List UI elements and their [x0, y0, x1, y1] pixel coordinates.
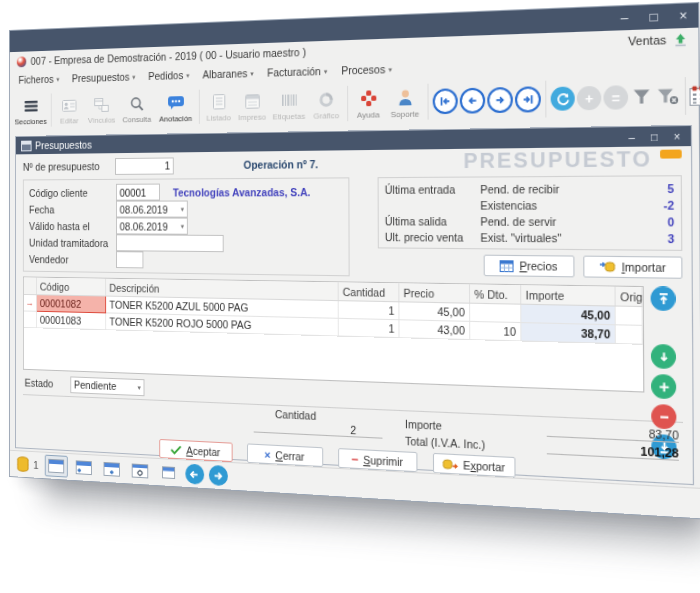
- menu-facturacion[interactable]: Facturación▾: [267, 65, 327, 79]
- refresh-button[interactable]: [551, 86, 575, 110]
- cell-codigo[interactable]: 00001083: [36, 311, 105, 329]
- app-window: – □ × 007 - Empresa de Demostración - 20…: [9, 2, 700, 519]
- maximize-button[interactable]: □: [639, 4, 669, 29]
- nav-first-button[interactable]: [433, 88, 458, 114]
- ayuda-button[interactable]: Ayuda: [351, 81, 385, 126]
- watermark-text: PRESUPUESTO: [463, 148, 652, 172]
- cell-cantidad[interactable]: 1: [338, 301, 399, 320]
- cell-orig[interactable]: [615, 306, 642, 325]
- child-close-button[interactable]: ×: [666, 130, 689, 143]
- child-minimize-button[interactable]: –: [620, 131, 643, 143]
- menu-ficheros[interactable]: Ficheros▾: [19, 73, 60, 86]
- precios-button[interactable]: Precios: [484, 255, 575, 278]
- stats-row: Última salida Pend. de servir 0: [385, 213, 674, 230]
- total-iva-label: Total (I.V.A. Inc.): [405, 435, 547, 455]
- page-background: – □ × 007 - Empresa de Demostración - 20…: [0, 0, 700, 593]
- cerrar-button[interactable]: × Cerrar: [246, 443, 322, 467]
- nav-last-button[interactable]: [515, 86, 541, 112]
- layout-window-button[interactable]: [156, 461, 180, 485]
- cantidad-total-label: Cantidad: [275, 408, 316, 422]
- secciones-button[interactable]: Secciones: [13, 90, 48, 132]
- layout-new-left-button[interactable]: [72, 456, 95, 479]
- stat-value: -2: [644, 198, 674, 211]
- nav-next-button[interactable]: [487, 87, 513, 113]
- stats-row: Existencias -2: [385, 196, 674, 213]
- cell-cantidad[interactable]: 1: [338, 318, 399, 337]
- cell-orig[interactable]: [615, 325, 642, 344]
- move-down-button[interactable]: [651, 344, 676, 369]
- cell-codigo-selected[interactable]: 00001082: [36, 295, 105, 313]
- layout-maximized-button[interactable]: [45, 455, 68, 478]
- editar-button[interactable]: Editar: [54, 89, 84, 131]
- chevron-down-icon: ▾: [324, 67, 328, 74]
- marker-column-header: [24, 277, 36, 294]
- ventas-tab[interactable]: Ventas: [628, 33, 666, 48]
- layout-new-top-button[interactable]: [100, 458, 124, 481]
- etiquetas-button[interactable]: Etiquetas: [269, 83, 308, 127]
- person-card-icon: [62, 94, 76, 116]
- menu-albaranes[interactable]: Albaranes▾: [203, 67, 254, 81]
- cell-precio[interactable]: 45,00: [399, 302, 470, 322]
- cliente-input[interactable]: [116, 184, 160, 201]
- support-person-icon: [396, 86, 414, 110]
- stat-value: 5: [644, 181, 674, 194]
- document-list-icon: [212, 91, 224, 114]
- filter-clear-icon[interactable]: [656, 87, 679, 105]
- anotacion-button[interactable]: Anotación: [155, 86, 196, 129]
- vinculos-button[interactable]: Vínculos: [84, 88, 118, 130]
- nav-previous-button[interactable]: [460, 88, 485, 114]
- minimize-button[interactable]: –: [610, 5, 639, 30]
- close-x-icon: ×: [264, 448, 270, 461]
- estado-label: Estado: [25, 377, 71, 391]
- numero-label: Nº de presupuesto: [23, 160, 115, 173]
- consulta-button[interactable]: Consulta: [119, 87, 156, 130]
- cell-importe[interactable]: 45,00: [521, 304, 616, 325]
- chevron-down-icon: ▾: [186, 71, 189, 78]
- cell-dto[interactable]: 10: [470, 321, 521, 341]
- grid-buttons-column: [651, 286, 684, 394]
- add-row-button[interactable]: [651, 374, 676, 399]
- calendar-icon[interactable]: [689, 85, 700, 106]
- grafico-button[interactable]: Gráfico: [308, 82, 344, 126]
- vendedor-input[interactable]: [116, 251, 143, 268]
- cell-importe[interactable]: 38,70: [521, 323, 616, 344]
- menu-procesos[interactable]: Procesos▾: [341, 63, 392, 77]
- child-maximize-button[interactable]: □: [643, 130, 666, 143]
- importar-button[interactable]: Importar: [583, 256, 682, 279]
- listado-button[interactable]: Listado: [203, 85, 235, 128]
- cell-dto[interactable]: [470, 303, 521, 322]
- cell-precio[interactable]: 43,00: [399, 320, 470, 340]
- aceptar-button[interactable]: Aceptar: [159, 439, 232, 462]
- barcode-icon: [281, 89, 298, 112]
- estado-select[interactable]: Pendiente▾: [70, 376, 144, 396]
- form-zone: Código cliente Tecnologías Avanzadas, S.…: [23, 175, 683, 281]
- donut-chart-icon: [318, 88, 334, 111]
- filter-icon[interactable]: [631, 88, 651, 106]
- menu-pedidos[interactable]: Pedidos▾: [148, 69, 189, 82]
- impreso-button[interactable]: Impreso: [235, 84, 270, 128]
- chevron-down-icon: ▾: [138, 383, 141, 390]
- layout-settings-button[interactable]: [128, 459, 152, 482]
- presupuesto-window: Presupuestos – □ × PRESUPUESTO Nº de pre…: [15, 125, 694, 485]
- taskbar-prev-button[interactable]: [185, 463, 204, 484]
- menu-presupuestos[interactable]: Presupuestos▾: [72, 70, 136, 84]
- add-record-button[interactable]: +: [577, 86, 601, 111]
- equal-record-button[interactable]: =: [603, 85, 628, 110]
- valido-input[interactable]: 08.06.2019▾: [116, 217, 188, 234]
- column-header-dto: % Dto.: [469, 284, 520, 304]
- stat-value: 0: [644, 215, 674, 228]
- taskbar-next-button[interactable]: [209, 465, 228, 486]
- cliente-fieldset: Código cliente Tecnologías Avanzadas, S.…: [23, 177, 350, 276]
- close-button[interactable]: ×: [668, 3, 698, 29]
- unidad-input[interactable]: [116, 234, 224, 252]
- numero-input[interactable]: [115, 157, 174, 174]
- soporte-button[interactable]: Soporte: [385, 80, 424, 125]
- presupuesto-body: PRESUPUESTO Nº de presupuesto Operación …: [16, 146, 693, 484]
- move-top-button[interactable]: [651, 286, 676, 311]
- fecha-label: Fecha: [29, 203, 116, 215]
- column-header-cantidad: Cantidad: [338, 282, 399, 301]
- fecha-input[interactable]: 08.06.2019▾: [116, 201, 188, 218]
- orange-badge: [660, 150, 682, 159]
- column-header-importe: Importe: [521, 285, 616, 306]
- total-iva-value: 101,28: [547, 440, 679, 461]
